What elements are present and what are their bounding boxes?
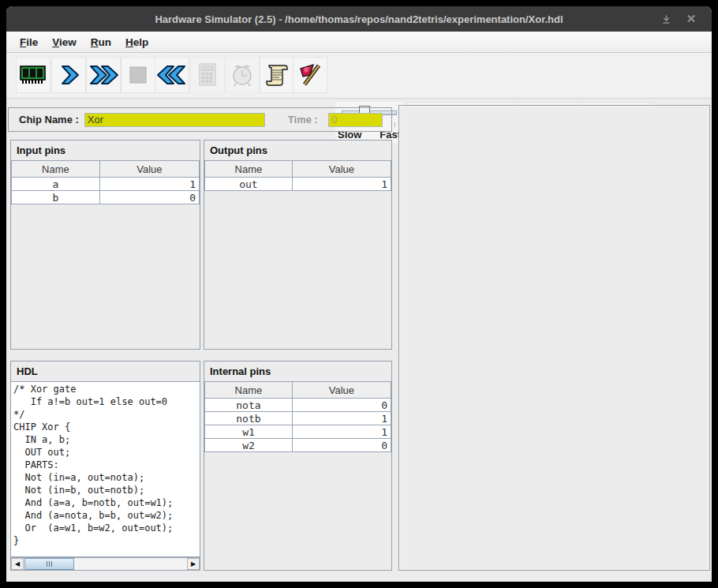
hdl-horizontal-scrollbar[interactable]: ◀ ▶: [11, 557, 200, 570]
alarm-clock-icon: [230, 62, 255, 88]
pin-value: 1: [292, 178, 391, 191]
hdl-panel: HDL /* Xor gate If a!=b out=1 else out=0…: [10, 361, 200, 571]
scroll-right-icon[interactable]: ▶: [187, 558, 200, 570]
menu-run[interactable]: Run: [84, 33, 118, 51]
close-icon[interactable]: ✕: [680, 6, 702, 32]
column-header-value: Value: [292, 161, 391, 178]
rewind-icon: [156, 63, 188, 87]
chip-icon: [19, 63, 47, 87]
table-row: w1 1: [205, 425, 391, 439]
pin-name: a: [12, 178, 100, 191]
titlebar: Hardware Simulator (2.5) - /home/thomas/…: [6, 6, 712, 32]
input-pins-table: Name Value a 1 b 0: [11, 160, 200, 204]
minimize-icon[interactable]: [655, 6, 677, 32]
output-pins-table: Name Value out 1: [204, 160, 391, 191]
screen-display-panel: [398, 105, 710, 571]
menubar: File View Run Help: [6, 32, 712, 53]
table-row: a 1: [12, 178, 200, 191]
table-row: out 1: [205, 178, 391, 191]
hardware-simulator-window: Hardware Simulator (2.5) - /home/thomas/…: [6, 6, 712, 582]
internal-pins-panel: Internal pins Name Value nota 0 notb 1 w…: [204, 361, 392, 571]
window-title: Hardware Simulator (2.5) - /home/thomas/…: [155, 13, 563, 25]
input-pins-title: Input pins: [11, 140, 200, 160]
column-header-value: Value: [292, 382, 391, 399]
breakpoints-button[interactable]: [293, 57, 327, 93]
hdl-code: /* Xor gate If a!=b out=1 else out=0 */ …: [11, 382, 200, 548]
clock-button: [225, 57, 260, 93]
scrollbar-thumb[interactable]: [24, 558, 74, 570]
toolbar: Slow Fast Animate: Program flow Format: …: [6, 53, 712, 99]
menu-file[interactable]: File: [13, 33, 45, 51]
script-scroll-icon: [264, 62, 290, 88]
pin-value: 0: [292, 399, 391, 412]
view-hdl-button[interactable]: [260, 57, 294, 93]
table-row: w2 0: [205, 439, 391, 452]
menu-view[interactable]: View: [45, 33, 84, 51]
time-label: Time :: [288, 114, 318, 125]
scroll-left-icon[interactable]: ◀: [11, 558, 24, 570]
pin-value[interactable]: 1: [99, 178, 199, 191]
input-pins-panel: Input pins Name Value a 1 b 0: [10, 140, 200, 350]
pin-name: w2: [205, 439, 293, 452]
pin-name: notb: [205, 412, 293, 425]
calculator-button: [190, 57, 225, 93]
table-row: nota 0: [205, 399, 391, 412]
hdl-title: HDL: [11, 361, 200, 381]
stop-button[interactable]: [121, 57, 155, 93]
pin-name: w1: [205, 425, 293, 439]
column-header-name: Name: [12, 161, 100, 178]
internal-pins-table: Name Value nota 0 notb 1 w1 1 w2 0: [204, 381, 391, 452]
stop-icon: [128, 65, 148, 85]
column-header-name: Name: [205, 161, 293, 178]
chip-name-label: Chip Name :: [19, 114, 79, 125]
pin-value: 1: [292, 425, 391, 439]
reset-button[interactable]: [155, 57, 189, 93]
pin-name: out: [205, 178, 293, 191]
pin-name: b: [12, 191, 100, 204]
internal-pins-title: Internal pins: [204, 361, 391, 381]
column-header-name: Name: [205, 382, 293, 399]
single-step-button[interactable]: [51, 57, 86, 93]
table-row: b 0: [12, 191, 200, 204]
chip-name-input[interactable]: [84, 113, 265, 127]
pin-value: 0: [292, 439, 391, 452]
menu-help[interactable]: Help: [118, 33, 155, 51]
output-pins-title: Output pins: [204, 140, 391, 160]
hdl-code-view[interactable]: /* Xor gate If a!=b out=1 else out=0 */ …: [11, 381, 200, 557]
run-icon: [88, 63, 119, 87]
time-input[interactable]: [328, 113, 383, 127]
column-header-value: Value: [99, 161, 199, 178]
table-row: notb 1: [205, 412, 391, 425]
chip-name-bar: Chip Name : Time :: [8, 107, 392, 132]
output-pins-panel: Output pins Name Value out 1: [204, 140, 392, 350]
pin-value[interactable]: 0: [99, 191, 199, 204]
pin-value: 1: [292, 412, 391, 425]
calculator-icon: [196, 62, 219, 88]
load-chip-button[interactable]: [16, 57, 50, 93]
run-button[interactable]: [86, 57, 121, 93]
flag-icon: [297, 62, 323, 88]
pin-name: nota: [205, 399, 293, 412]
single-step-icon: [57, 63, 80, 87]
